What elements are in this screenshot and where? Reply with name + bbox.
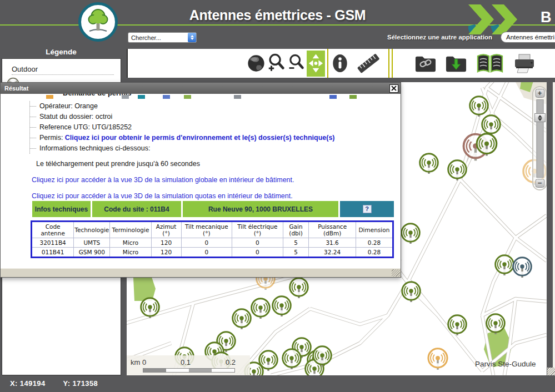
- clipped-tree-row-label: Demande de permis: [63, 94, 132, 97]
- table-cell: 32.24: [309, 248, 356, 258]
- table-cell: Micro: [110, 248, 151, 258]
- scale-tick-1: 0.1: [181, 358, 191, 366]
- documentation-tool-button[interactable]: [474, 51, 506, 76]
- scale-unit: km: [131, 358, 140, 366]
- search-combobox-value: Chercher...: [128, 34, 188, 41]
- cursor-x-coordinate: X: 149194: [10, 379, 46, 388]
- zoom-in-tool-button[interactable]: [266, 51, 286, 76]
- navigation-tools: [246, 49, 394, 78]
- legend-title: Légende: [0, 48, 122, 56]
- identify-info-tool-button[interactable]: [330, 51, 350, 76]
- zoom-slider-track[interactable]: [536, 99, 543, 178]
- window-resize-grip[interactable]: [547, 368, 555, 375]
- zoom-out-icon: [287, 52, 305, 74]
- brand-wordmark: B: [541, 9, 552, 26]
- download-tool-button[interactable]: [444, 51, 468, 76]
- table-cell: 0.28: [356, 248, 393, 258]
- table-cell: 0: [181, 248, 232, 258]
- table-cell: 011B41: [32, 248, 74, 258]
- popup-bottom-bar[interactable]: [1, 268, 401, 277]
- table-cell: 120: [151, 238, 181, 248]
- table-column-header: Tilt électrique (°): [232, 222, 283, 238]
- zoom-slider-handle[interactable]: [534, 113, 546, 122]
- simulation-3d-link-globale[interactable]: Cliquez ici pour accéder à la vue 3D de …: [32, 176, 401, 184]
- book-icon: [475, 52, 505, 74]
- search-combobox[interactable]: Chercher...: [128, 32, 197, 43]
- download-note: Le téléchargement peut prendre jusqu'à 6…: [36, 160, 401, 168]
- legend-section-outdoor: Outdoor: [12, 65, 114, 75]
- table-cell: 0: [181, 238, 232, 248]
- scale-tick-0: 0: [142, 358, 146, 366]
- measure-tool-button[interactable]: [350, 51, 387, 76]
- printer-icon: [512, 52, 537, 74]
- close-icon: [391, 86, 397, 91]
- table-column-header: Dimension: [356, 222, 393, 238]
- link-folder-icon: [413, 53, 438, 74]
- globe-icon: [247, 53, 266, 73]
- site-code-cell: Code du site : 011B4: [92, 201, 181, 217]
- result-popup-titlebar[interactable]: Résultat: [1, 83, 401, 94]
- zoom-in-icon: [267, 52, 286, 74]
- table-cell: 5: [283, 238, 309, 248]
- antenna-marker-orange[interactable]: [425, 347, 451, 373]
- info-icon: [331, 52, 349, 74]
- brussels-environment-logo: [78, 2, 118, 42]
- map-zoom-slider[interactable]: + −: [532, 86, 547, 190]
- antenna-marker-green[interactable]: [445, 159, 469, 183]
- antenna-marker-green[interactable]: [417, 152, 441, 177]
- infos-techniques-tab[interactable]: Infos techniques: [32, 201, 91, 217]
- table-row: 32011B4UMTSMicro12000531.60.28: [32, 238, 393, 248]
- table-row: 011B41GSM 900Micro12000532.240.28: [32, 248, 393, 258]
- antenna-marker-green[interactable]: [269, 295, 294, 319]
- simulation-3d-link-quotas[interactable]: Cliquez ici pour accéder à la vue 3D de …: [32, 192, 401, 200]
- links-3d-container: Cliquez ici pour accéder à la vue 3D de …: [1, 176, 401, 200]
- utility-tools: [413, 49, 537, 78]
- permit-link[interactable]: Cliquez ici pour obtenir le permis d'env…: [65, 134, 335, 142]
- map-edge-sliver: [553, 82, 555, 375]
- table-column-header: Technologie: [74, 222, 110, 238]
- result-tree-item: Reference UTG: UTG/185252: [30, 122, 401, 133]
- antenna-marker-green[interactable]: [229, 308, 254, 332]
- pan-tool-button-selected[interactable]: [307, 51, 325, 77]
- zoom-out-button[interactable]: −: [535, 179, 544, 188]
- table-column-header: Tilt mecanique (°): [181, 222, 232, 238]
- table-body: 32011B4UMTSMicro12000531.60.28011B41GSM …: [32, 238, 393, 258]
- close-button[interactable]: [389, 84, 398, 93]
- antenna-technical-table: Code antenneTechnologieTerminologieAzimu…: [31, 220, 394, 258]
- antenna-marker-blue[interactable]: [510, 256, 534, 280]
- app-select-dropdown[interactable]: Antennes émettri: [501, 32, 555, 43]
- table-column-header: Terminologie: [110, 222, 151, 238]
- antenna-marker-green[interactable]: [483, 313, 508, 337]
- toolbar-separator: [388, 49, 389, 78]
- table-cell: 0: [232, 238, 283, 248]
- antenna-marker-green[interactable]: [445, 314, 469, 338]
- antenna-marker-green[interactable]: [399, 280, 423, 305]
- antenna-marker-green[interactable]: [279, 348, 304, 372]
- ruler-icon: [352, 52, 385, 75]
- app-select-label: Sélectionnez une autre application: [387, 34, 492, 41]
- antenna-marker-green[interactable]: [398, 222, 423, 247]
- result-popup-title: Résultat: [4, 85, 389, 92]
- zoom-in-button[interactable]: +: [535, 89, 544, 98]
- result-tree-item: Statut du dossier: octroi: [30, 112, 401, 122]
- antenna-marker-green[interactable]: [138, 296, 162, 321]
- antenna-marker-green[interactable]: [310, 345, 334, 369]
- print-tool-button[interactable]: [512, 51, 537, 76]
- table-header-row: Code antenneTechnologieTerminologieAzimu…: [32, 222, 393, 238]
- antenna-marker-green[interactable]: [473, 132, 500, 159]
- table-cell: 0.28: [356, 238, 393, 248]
- permalink-tool-button[interactable]: [413, 51, 438, 76]
- help-button[interactable]: ?: [340, 201, 394, 217]
- result-tree-item: Permis: Cliquez ici pour obtenir le perm…: [30, 133, 401, 143]
- popup-resize-grip[interactable]: [392, 269, 400, 277]
- result-tree-item: Informations techniques ci-dessous:: [30, 143, 401, 154]
- globe-full-extent-button[interactable]: [246, 51, 266, 76]
- result-tree-item: Opérateur: Orange: [30, 101, 401, 112]
- site-address-cell: Rue Neuve 90, 1000 BRUXELLES: [183, 201, 338, 217]
- table-cell: 32011B4: [32, 238, 74, 248]
- toolbar-separator: [327, 49, 328, 78]
- clipped-tree-row: Demande de permis: [1, 94, 401, 99]
- combobox-stepper-icon[interactable]: [188, 33, 196, 42]
- map-scale-bar: km 0 0.1 0.2: [127, 355, 250, 375]
- zoom-out-tool-button[interactable]: [286, 51, 306, 76]
